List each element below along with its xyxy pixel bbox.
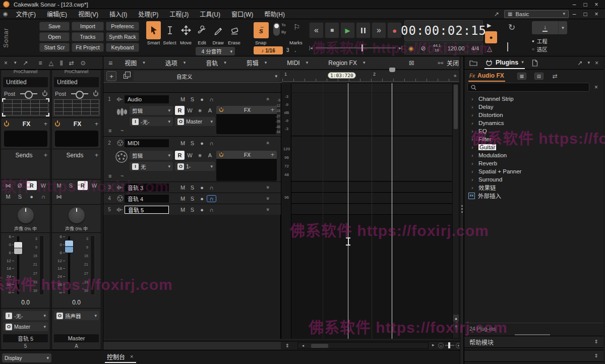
power-icon[interactable] [42,91,47,96]
slider-thumb[interactable] [361,44,363,51]
scroll-right-icon[interactable]: ▸ [432,343,435,347]
extra-module-row[interactable]: ⇕ [464,350,603,362]
prochannel-list-icon[interactable]: ≡ [39,60,42,66]
metronome-tab-icon[interactable]: △ [49,60,53,66]
add-fx-icon[interactable]: + [95,121,98,127]
now-marker-line[interactable] [392,83,392,339]
console-tab[interactable]: 控制台 × [107,352,133,361]
fx-power-icon[interactable] [219,108,223,112]
strip-name[interactable]: Untitled [3,77,48,87]
fx-power-icon[interactable] [219,153,223,157]
snap-num[interactable]: 3 [286,47,289,53]
slider-track[interactable] [316,47,396,48]
doc-minimize-button[interactable]: – [569,11,580,18]
strip-button[interactable]: R [27,181,37,190]
strip-button[interactable]: M [3,192,13,201]
plugin-category[interactable]: ›FX效果链 [464,184,603,192]
track-name[interactable]: 音轨 4 [125,195,169,203]
pause-button[interactable] [356,22,371,38]
close-tab-icon[interactable]: × [130,354,133,359]
tool-select[interactable]: Select [162,21,177,45]
track-state-button[interactable]: ● [197,185,207,191]
power-icon[interactable] [93,91,98,96]
track-state-button[interactable]: ● [197,96,207,102]
menu-item[interactable]: 处理(P) [136,9,160,19]
automation-button[interactable]: W [185,151,195,160]
track-state-button[interactable]: S [188,207,197,213]
tool-erase[interactable]: Erase [226,21,242,45]
search-input[interactable] [479,84,586,90]
track-state-button[interactable]: ∩ [207,96,216,102]
track-state-button[interactable]: M [178,196,188,202]
export-button[interactable]: ↓ ▾ [532,21,567,34]
strip-button[interactable]: S [15,192,25,201]
menu-item[interactable]: 窗口(W) [229,9,255,19]
clip-menu-dropdown[interactable]: 剪辑▾ [130,106,173,115]
metronome-icon[interactable]: △ [487,45,492,52]
punch-icon[interactable] [507,42,508,51]
toolbar-button[interactable]: Save [39,22,70,31]
swap-icon[interactable]: ⇄ [69,60,74,66]
eq-graph[interactable] [54,99,99,115]
strip-button[interactable]: W [89,181,99,190]
trackview-menu-icon[interactable]: ≡ [108,59,112,67]
strip-button[interactable]: ● [27,192,37,201]
export-selection-radio[interactable]: ○选区 [532,45,548,53]
tool-draw[interactable]: Draw [210,21,226,45]
eq-graph[interactable] [3,99,48,115]
toolbar-button[interactable]: Start Scr [39,43,70,52]
zoom-out-button[interactable]: − [438,343,444,348]
add-fx-icon[interactable]: + [44,121,47,127]
horizontal-scrollbar[interactable]: ◂ [297,342,429,349]
toolbar-button[interactable]: Preferenc [106,22,139,31]
strip-button[interactable]: W [38,181,48,190]
plugin-category[interactable]: ›FXModulation [464,151,603,159]
track-state-button[interactable]: S [188,140,197,146]
clip-menu-dropdown[interactable]: 剪辑▾ [130,151,173,160]
tab-plugins[interactable]: Plugins ▾ [485,56,525,69]
popout-icon[interactable]: ↗ [23,60,28,66]
track-state-button[interactable]: ∩ [207,185,216,191]
doc-close-button[interactable]: × [591,11,602,18]
pane-resize-handle[interactable] [515,334,550,335]
menu-item[interactable]: 工具(U) [198,9,222,19]
lanes-icon[interactable]: ≡ [108,128,111,134]
track-state-button[interactable]: ● [197,207,207,213]
add-track-button[interactable]: + [106,71,116,81]
strip-button[interactable]: ∩ [38,192,48,201]
hscroll-thumb[interactable] [311,344,328,348]
tool-move[interactable]: Move [178,21,194,45]
strip-button[interactable]: ⋈ [54,192,64,201]
close-icon[interactable]: × [595,60,598,66]
strip-button[interactable]: ⋈ [3,181,13,190]
track-state-button[interactable]: ● [197,140,207,146]
snap-to-by-toggle[interactable] [273,23,280,36]
clips-area[interactable] [291,83,452,339]
plugin-category[interactable]: ›FXDistortion [464,111,603,119]
track-state-button[interactable]: ∩ [207,140,216,146]
tempo-value[interactable]: 120.00 [444,43,467,54]
strip-button[interactable]: S [66,181,76,190]
fast-forward-button[interactable]: » [372,22,386,38]
fader-cap[interactable] [65,240,74,253]
snap-dot[interactable]: . [294,46,296,53]
expand-track-icon[interactable]: » [266,186,271,189]
add-send-icon[interactable]: + [95,152,98,158]
restore-button[interactable]: □ [580,1,591,9]
track-name-edit-field[interactable]: 音轨 5 [125,206,169,214]
doc-icon[interactable] [532,59,538,67]
output-dropdown[interactable]: OMaster▾ [175,117,215,126]
timeline-ruler[interactable]: 1 1:03:720 2 + [282,71,459,82]
boxed-x-icon[interactable]: ⊠ [409,59,414,66]
metronome-play-icon[interactable]: ⊘ [417,43,429,54]
search-box[interactable] [467,83,589,92]
plugin-category[interactable]: ›FX外部插入 [464,192,603,200]
gain-value[interactable]: 0.0 [52,299,101,306]
chevron-down-icon[interactable]: ▾ [14,60,17,65]
trackview-menu-item[interactable]: Region FX▾ [328,59,365,67]
automation-wave-icon[interactable]: ~ [120,128,124,134]
add-send-icon[interactable]: + [44,152,47,158]
strip-button[interactable]: M [54,181,64,190]
export-chevron-icon[interactable]: ▾ [558,21,567,34]
record-arm-button[interactable]: ● [485,31,497,43]
